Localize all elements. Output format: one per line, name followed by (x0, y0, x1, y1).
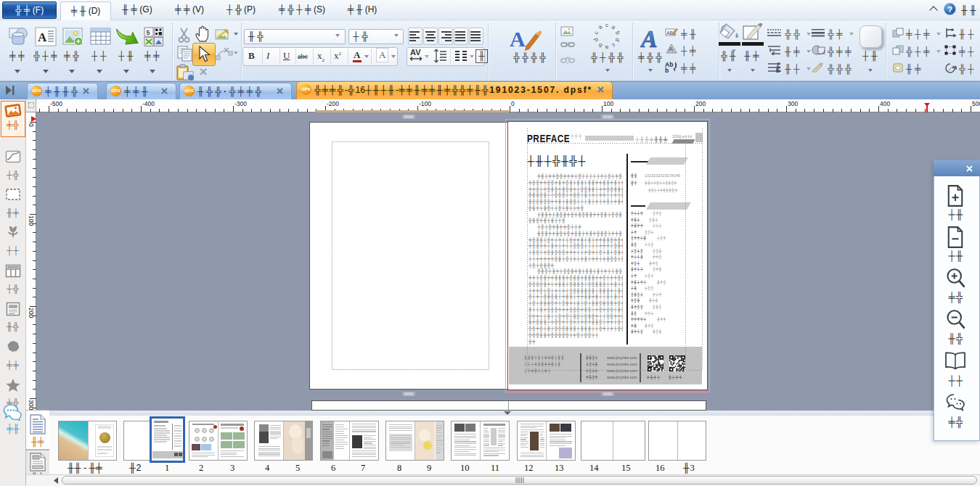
svg-text:A: A (669, 46, 674, 53)
svg-text:d: d (614, 37, 621, 42)
svg-text:c: c (611, 42, 617, 49)
svg-text:b: b (614, 30, 621, 36)
svg-text:c: c (605, 23, 608, 28)
svg-text:b: b (597, 41, 603, 49)
svg-text:d: d (592, 37, 600, 42)
svg-text:a: a (605, 44, 608, 51)
svg-text:a: a (611, 24, 617, 31)
svg-text:5: 5 (146, 29, 150, 36)
svg-text:A: A (38, 30, 47, 44)
svg-text:c: c (592, 30, 600, 36)
svg-text:a: a (597, 23, 603, 30)
svg-text:b: b (665, 67, 669, 73)
svg-text:A: A (510, 27, 526, 51)
svg-text:A: A (640, 25, 658, 52)
